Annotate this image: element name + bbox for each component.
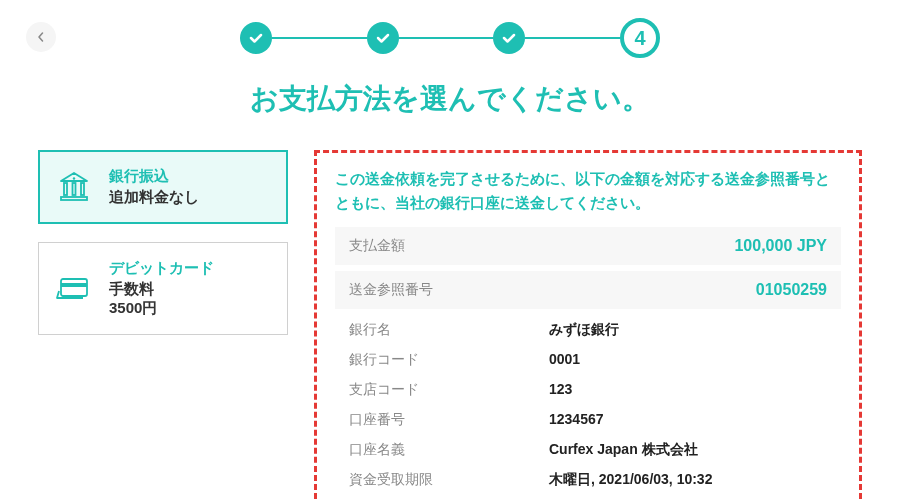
reference-row: 送金参照番号 01050259 xyxy=(335,271,841,309)
info-label: 支店コード xyxy=(349,381,549,399)
option-label: 銀行振込 xyxy=(109,167,199,186)
deadline-row: 資金受取期限 木曜日, 2021/06/03, 10:32 xyxy=(335,465,841,495)
amount-row: 支払金額 100,000 JPY xyxy=(335,227,841,265)
option-debit-card[interactable]: デビットカード 手数料 3500円 xyxy=(38,242,288,335)
bank-icon xyxy=(55,168,93,206)
account-name-row: 口座名義 Curfex Japan 株式会社 xyxy=(335,435,841,465)
info-value: 123 xyxy=(549,381,572,399)
option-text: 銀行振込 追加料金なし xyxy=(109,167,199,207)
account-number-row: 口座番号 1234567 xyxy=(335,405,841,435)
step-connector xyxy=(525,37,620,39)
option-text: デビットカード 手数料 3500円 xyxy=(109,259,214,318)
info-label: 銀行名 xyxy=(349,321,549,339)
back-button[interactable] xyxy=(26,22,56,52)
step-connector xyxy=(272,37,367,39)
svg-rect-3 xyxy=(81,183,84,195)
step-1-complete xyxy=(240,22,272,54)
option-sub: 手数料 xyxy=(109,280,214,299)
step-connector xyxy=(399,37,494,39)
bank-name-row: 銀行名 みずほ銀行 xyxy=(335,315,841,345)
option-fee: 3500円 xyxy=(109,299,214,318)
option-bank-transfer[interactable]: 銀行振込 追加料金なし xyxy=(38,150,288,224)
progress-stepper: 4 xyxy=(240,0,660,58)
bank-code-row: 銀行コード 0001 xyxy=(335,345,841,375)
svg-rect-6 xyxy=(61,283,87,287)
step-3-complete xyxy=(493,22,525,54)
content-area: 銀行振込 追加料金なし デビットカード 手数料 3500円 この送金依頼を完了さ… xyxy=(0,118,900,500)
info-value: 木曜日, 2021/06/03, 10:32 xyxy=(549,471,712,489)
chevron-left-icon xyxy=(36,32,46,42)
svg-rect-4 xyxy=(61,197,87,200)
debit-card-icon xyxy=(55,270,93,308)
option-sub: 追加料金なし xyxy=(109,188,199,207)
svg-rect-5 xyxy=(61,279,87,296)
info-value: 0001 xyxy=(549,351,580,369)
check-icon xyxy=(375,30,391,46)
svg-rect-2 xyxy=(73,183,76,195)
amount-label: 支払金額 xyxy=(349,237,405,255)
step-number: 4 xyxy=(634,27,645,50)
info-value: Curfex Japan 株式会社 xyxy=(549,441,698,459)
payment-details-highlighted: この送金依頼を完了させるために、以下の金額を対応する送金参照番号とともに、当社の… xyxy=(314,150,862,500)
step-2-complete xyxy=(367,22,399,54)
reference-label: 送金参照番号 xyxy=(349,281,433,299)
instruction-text: この送金依頼を完了させるために、以下の金額を対応する送金参照番号とともに、当社の… xyxy=(335,167,841,215)
svg-rect-1 xyxy=(64,183,67,195)
svg-point-0 xyxy=(73,177,75,179)
check-icon xyxy=(501,30,517,46)
info-label: 口座名義 xyxy=(349,441,549,459)
reference-value: 01050259 xyxy=(756,281,827,299)
branch-code-row: 支店コード 123 xyxy=(335,375,841,405)
info-label: 資金受取期限 xyxy=(349,471,549,489)
page-title: お支払方法を選んでください。 xyxy=(0,80,900,118)
info-value: みずほ銀行 xyxy=(549,321,619,339)
option-label: デビットカード xyxy=(109,259,214,278)
step-4-current: 4 xyxy=(620,18,660,58)
payment-options: 銀行振込 追加料金なし デビットカード 手数料 3500円 xyxy=(38,150,288,500)
amount-value: 100,000 JPY xyxy=(734,237,827,255)
check-icon xyxy=(248,30,264,46)
info-label: 口座番号 xyxy=(349,411,549,429)
info-value: 1234567 xyxy=(549,411,604,429)
info-label: 銀行コード xyxy=(349,351,549,369)
